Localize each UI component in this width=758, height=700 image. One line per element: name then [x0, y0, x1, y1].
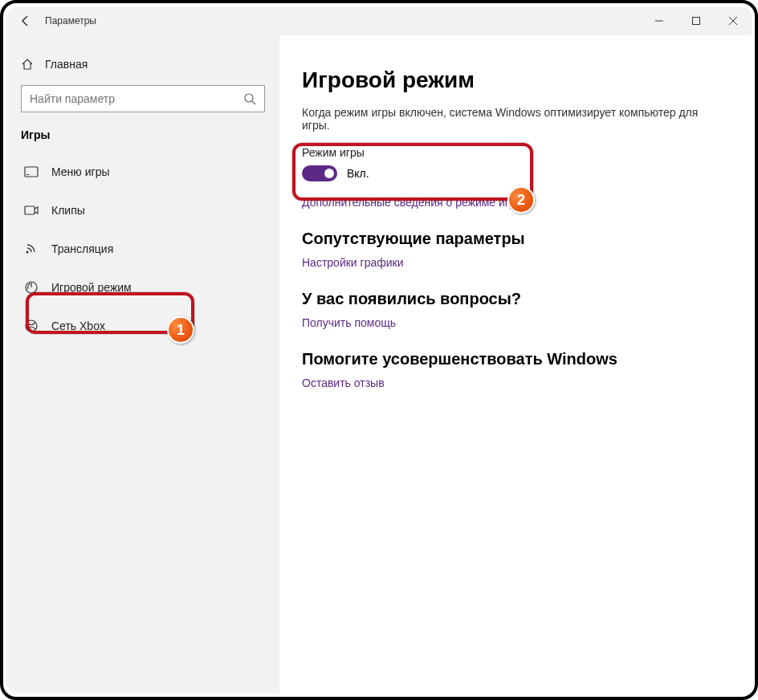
sidebar-item-xbox-networking[interactable]: Сеть Xbox: [6, 307, 279, 345]
annotation-badge-1: 1: [167, 316, 194, 344]
get-help-link[interactable]: Получить помощь: [302, 316, 719, 329]
main-content: Игровой режим Когда режим игры включен, …: [279, 35, 752, 694]
svg-rect-7: [26, 174, 29, 175]
xbox-icon: [24, 319, 51, 333]
toggle-knob: [324, 169, 334, 178]
sidebar: Главная Игры Меню игры: [6, 35, 279, 694]
game-mode-label: Режим игры: [302, 146, 719, 159]
svg-line-5: [252, 101, 255, 104]
sidebar-item-broadcasting[interactable]: Трансляция: [6, 230, 279, 268]
svg-point-9: [26, 251, 29, 254]
window-title: Параметры: [45, 15, 96, 26]
sidebar-item-label: Игровой режим: [51, 281, 132, 294]
window-body: Главная Игры Меню игры: [6, 35, 752, 694]
sidebar-nav: Меню игры Клипы Трансляция: [6, 153, 279, 345]
sidebar-item-game-mode[interactable]: Игровой режим: [6, 268, 279, 307]
help-heading: У вас появились вопросы?: [302, 290, 719, 308]
titlebar: Параметры: [6, 6, 752, 35]
page-description: Когда режим игры включен, система Window…: [302, 106, 719, 132]
captures-icon: [24, 205, 51, 216]
back-button[interactable]: [6, 14, 45, 27]
settings-window: Параметры Главная Игры: [6, 6, 752, 694]
search-input[interactable]: [30, 92, 243, 105]
game-bar-icon: [24, 166, 51, 177]
svg-point-4: [245, 94, 253, 102]
search-box[interactable]: [21, 85, 265, 112]
sidebar-item-captures[interactable]: Клипы: [6, 191, 279, 230]
svg-rect-8: [25, 206, 35, 214]
toggle-state-label: Вкл.: [347, 167, 369, 180]
game-mode-toggle[interactable]: [302, 165, 337, 181]
sidebar-item-label: Трансляция: [51, 242, 113, 255]
sidebar-home-label: Главная: [45, 58, 88, 71]
search-wrap: [6, 82, 279, 122]
graphics-settings-link[interactable]: Настройки графики: [302, 256, 719, 269]
sidebar-item-label: Меню игры: [51, 165, 110, 178]
svg-rect-6: [25, 167, 38, 177]
maximize-button[interactable]: [678, 6, 715, 35]
annotation-badge-2: 2: [507, 186, 535, 214]
minimize-button[interactable]: [641, 6, 678, 35]
related-heading: Сопутствующие параметры: [302, 230, 719, 248]
game-mode-icon: [24, 280, 51, 295]
sidebar-item-game-bar[interactable]: Меню игры: [6, 153, 279, 191]
feedback-heading: Помогите усовершенствовать Windows: [302, 350, 719, 368]
window-controls: [641, 6, 752, 35]
sidebar-category: Игры: [6, 122, 279, 153]
annotation-frame: Параметры Главная Игры: [0, 0, 758, 700]
sidebar-home[interactable]: Главная: [6, 47, 279, 82]
close-button[interactable]: [715, 6, 752, 35]
search-icon: [243, 92, 256, 105]
feedback-link[interactable]: Оставить отзыв: [302, 376, 719, 389]
broadcast-icon: [24, 242, 51, 255]
sidebar-item-label: Сеть Xbox: [51, 319, 105, 332]
page-title: Игровой режим: [302, 67, 719, 93]
game-mode-toggle-row: Вкл.: [302, 165, 719, 181]
home-icon: [21, 58, 45, 71]
svg-point-11: [26, 320, 37, 332]
sidebar-item-label: Клипы: [51, 204, 85, 217]
svg-rect-1: [693, 18, 700, 25]
